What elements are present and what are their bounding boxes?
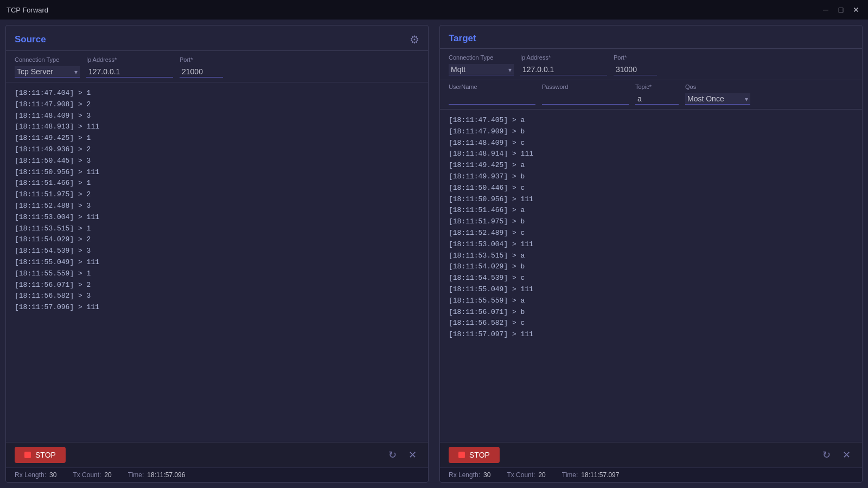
target-refresh-button[interactable]: ↻: [820, 448, 833, 462]
target-port-label: Port*: [614, 54, 657, 61]
source-connection-type-select-wrapper: Tcp Server Tcp Client Serial Port: [15, 66, 80, 78]
source-config-row: Connection Type Tcp Server Tcp Client Se…: [6, 51, 428, 82]
list-item: [18:11:50.956] > 111: [449, 194, 853, 206]
list-item: [18:11:51.466] > a: [449, 205, 853, 216]
target-rx-item: Rx Length: 30: [449, 471, 490, 479]
source-tx-item: Tx Count: 20: [73, 471, 111, 479]
maximize-button[interactable]: □: [835, 4, 846, 15]
source-time-label: Time:: [128, 471, 144, 479]
source-rx-value: 30: [49, 471, 56, 479]
target-tx-value: 20: [538, 471, 545, 479]
source-panel-header: Source ⚙: [6, 25, 428, 51]
list-item: [18:11:50.956] > 111: [15, 167, 419, 178]
list-item: [18:11:49.936] > 2: [15, 144, 419, 156]
list-item: [18:11:54.029] > 2: [15, 234, 419, 246]
source-bottom-actions: ↻ ✕: [386, 448, 419, 462]
source-stop-label: STOP: [35, 451, 56, 459]
list-item: [18:11:49.937] > b: [449, 171, 853, 183]
target-time-label: Time:: [562, 471, 578, 479]
list-item: [18:11:47.404] > 1: [15, 88, 419, 99]
target-connection-type-select-wrapper: Mqtt Tcp Server Tcp Client: [449, 64, 514, 75]
target-topic-input[interactable]: [635, 93, 679, 105]
list-item: [18:11:56.582] > c: [449, 318, 853, 329]
target-time-value: 18:11:57.097: [581, 471, 619, 479]
source-status-bar: Rx Length: 30 Tx Count: 20 Time: 18:11:5…: [6, 467, 428, 482]
source-log-area: [18:11:47.404] > 1[18:11:47.908] > 2[18:…: [6, 82, 428, 442]
target-username-group: UserName: [449, 84, 535, 105]
target-config-row2: UserName Password Topic* Qos Most Once A…: [440, 80, 862, 110]
target-topic-group: Topic*: [635, 84, 679, 105]
list-item: [18:11:48.913] > 111: [15, 121, 419, 133]
list-item: [18:11:53.515] > a: [449, 251, 853, 262]
source-clear-button[interactable]: ✕: [406, 448, 419, 462]
target-clear-button[interactable]: ✕: [840, 448, 853, 462]
target-config-row: Connection Type Mqtt Tcp Server Tcp Clie…: [440, 49, 862, 80]
list-item: [18:11:56.071] > 2: [15, 280, 419, 291]
list-item: [18:11:56.582] > 3: [15, 291, 419, 302]
source-connection-type-group: Connection Type Tcp Server Tcp Client Se…: [15, 56, 80, 78]
target-ip-input[interactable]: [520, 64, 607, 75]
list-item: [18:11:50.446] > c: [449, 183, 853, 194]
list-item: [18:11:47.405] > a: [449, 115, 853, 126]
source-connection-type-select[interactable]: Tcp Server Tcp Client Serial Port: [15, 66, 80, 78]
list-item: [18:11:49.425] > 1: [15, 133, 419, 144]
list-item: [18:11:57.097] > 111: [449, 329, 853, 341]
source-port-label: Port*: [180, 56, 223, 63]
source-settings-icon[interactable]: ⚙: [410, 33, 419, 46]
list-item: [18:11:54.029] > b: [449, 261, 853, 273]
source-connection-type-label: Connection Type: [15, 56, 80, 63]
target-topic-label: Topic*: [635, 84, 679, 90]
list-item: [18:11:52.488] > 3: [15, 201, 419, 212]
list-item: [18:11:56.071] > b: [449, 307, 853, 318]
source-stop-button[interactable]: STOP: [15, 447, 66, 463]
list-item: [18:11:47.909] > b: [449, 126, 853, 138]
app-title: TCP Forward: [7, 6, 48, 14]
target-stop-icon: [458, 452, 465, 458]
target-rx-label: Rx Length:: [449, 471, 480, 479]
list-item: [18:11:55.049] > 111: [15, 257, 419, 268]
target-password-input[interactable]: [542, 93, 629, 105]
target-panel-title: Target: [449, 33, 476, 44]
source-port-input[interactable]: [180, 66, 223, 78]
target-qos-select[interactable]: Most Once At Least Once Exactly Once: [685, 93, 750, 105]
list-item: [18:11:55.049] > 111: [449, 284, 853, 296]
target-status-bar: Rx Length: 30 Tx Count: 20 Time: 18:11:5…: [440, 467, 862, 482]
target-log-area: [18:11:47.405] > a[18:11:47.909] > b[18:…: [440, 110, 862, 442]
close-button[interactable]: ✕: [851, 4, 861, 15]
list-item: [18:11:48.914] > 111: [449, 149, 853, 160]
target-qos-group: Qos Most Once At Least Once Exactly Once: [685, 84, 750, 105]
titlebar: TCP Forward ─ □ ✕: [0, 0, 868, 20]
source-stop-icon: [24, 452, 31, 458]
target-username-input[interactable]: [449, 93, 535, 105]
list-item: [18:11:55.559] > a: [449, 296, 853, 307]
source-ip-group: Ip Address*: [86, 56, 173, 78]
target-ip-group: Ip Address*: [520, 54, 607, 75]
target-panel-header: Target: [440, 25, 862, 49]
main-container: Source ⚙ Connection Type Tcp Server Tcp …: [0, 20, 868, 488]
target-qos-select-wrapper: Most Once At Least Once Exactly Once: [685, 93, 750, 105]
target-port-input[interactable]: [614, 64, 657, 75]
list-item: [18:11:51.466] > 1: [15, 178, 419, 189]
source-rx-item: Rx Length: 30: [15, 471, 56, 479]
source-ip-input[interactable]: [86, 66, 173, 78]
target-stop-label: STOP: [469, 451, 490, 459]
target-rx-value: 30: [483, 471, 490, 479]
target-panel: Target Connection Type Mqtt Tcp Server T…: [439, 25, 863, 483]
window-controls: ─ □ ✕: [820, 4, 861, 15]
target-password-label: Password: [542, 84, 629, 90]
source-rx-label: Rx Length:: [15, 471, 46, 479]
source-bottom-bar: STOP ↻ ✕: [6, 442, 428, 467]
list-item: [18:11:53.515] > 1: [15, 223, 419, 235]
list-item: [18:11:57.096] > 111: [15, 302, 419, 313]
target-stop-button[interactable]: STOP: [449, 447, 500, 463]
source-time-item: Time: 18:11:57.096: [128, 471, 186, 479]
list-item: [18:11:49.425] > a: [449, 160, 853, 171]
list-item: [18:11:51.975] > b: [449, 216, 853, 228]
minimize-button[interactable]: ─: [820, 4, 831, 15]
target-connection-type-label: Connection Type: [449, 54, 514, 61]
target-connection-type-select[interactable]: Mqtt Tcp Server Tcp Client: [449, 64, 514, 75]
source-port-group: Port*: [180, 56, 223, 78]
target-connection-type-group: Connection Type Mqtt Tcp Server Tcp Clie…: [449, 54, 514, 75]
source-tx-value: 20: [104, 471, 111, 479]
source-refresh-button[interactable]: ↻: [386, 448, 399, 462]
